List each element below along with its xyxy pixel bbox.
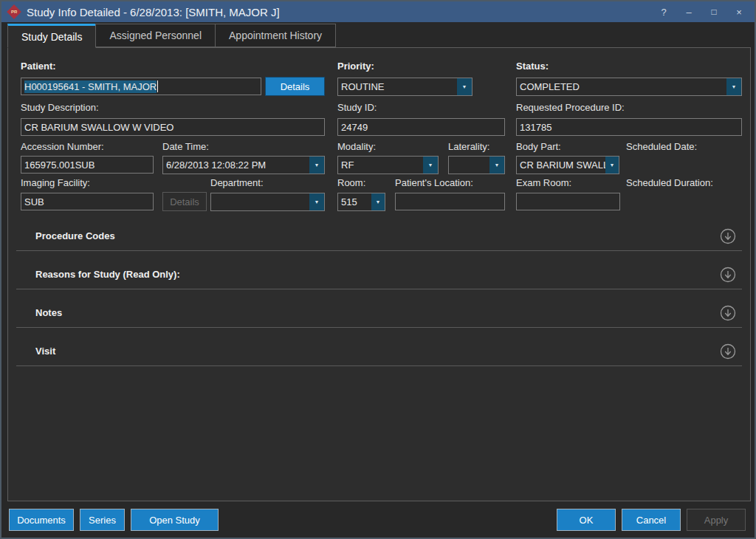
apply-button: Apply [687,509,746,531]
chevron-down-icon[interactable]: ▼ [309,157,324,174]
maximize-icon[interactable]: □ [704,4,724,19]
cancel-button[interactable]: Cancel [622,509,681,531]
body-part-select[interactable]: CR BARIUM SWALLO ▼ [516,156,619,174]
app-logo-icon: PR [7,4,21,19]
minimize-icon[interactable]: – [679,4,698,19]
accession-number-input[interactable] [21,156,154,174]
chevron-down-icon[interactable]: ▼ [371,193,385,210]
imaging-facility-label: Imaging Facility: [21,177,90,188]
close-icon[interactable]: × [729,4,749,19]
body-part-value: CR BARIUM SWALLO [517,159,605,171]
priority-label: Priority: [337,61,374,72]
section-procedure-codes[interactable]: Procedure Codes [35,230,115,241]
patient-details-button[interactable]: Details [265,77,325,96]
study-description-input[interactable] [21,118,325,136]
patient-selected-text: H000195641 - SMITH, MAJOR [24,80,157,93]
room-label: Room: [337,177,365,188]
tab-study-details[interactable]: Study Details [7,24,96,48]
expand-down-icon[interactable] [720,228,736,244]
expand-down-icon[interactable] [720,267,736,283]
laterality-select[interactable]: ▼ [448,156,505,174]
laterality-label: Laterality: [448,141,489,152]
modality-select[interactable]: RF ▼ [337,156,439,174]
body-part-label: Body Part: [516,141,561,152]
status-value: COMPLETED [517,81,726,92]
divider [16,365,742,366]
divider [16,327,742,328]
patient-label: Patient: [21,61,56,72]
tab-strip: Study Details Assigned Personnel Appoint… [7,24,335,47]
priority-value: ROUTINE [338,81,457,92]
date-time-select[interactable]: 6/28/2013 12:08:22 PM ▼ [162,156,325,174]
study-info-window: PR Study Info Detailed - 6/28/2013: [SMI… [0,0,756,539]
department-select[interactable]: ▼ [210,193,325,211]
expand-down-icon[interactable] [720,305,736,321]
tab-assigned-personnel[interactable]: Assigned Personnel [95,24,216,47]
series-button[interactable]: Series [80,509,125,531]
study-id-input[interactable] [337,118,505,136]
facility-details-button: Details [162,192,207,211]
window-controls: ? – □ × [654,4,749,19]
chevron-down-icon[interactable]: ▼ [309,193,324,210]
open-study-button[interactable]: Open Study [131,509,219,531]
titlebar: PR Study Info Detailed - 6/28/2013: [SMI… [1,1,755,22]
text-caret [157,80,158,92]
requested-procedure-id-label: Requested Procedure ID: [516,102,625,113]
accession-number-label: Accession Number: [21,141,104,152]
scheduled-duration-label: Scheduled Duration: [626,177,713,188]
room-value: 515 [338,196,371,207]
chevron-down-icon[interactable]: ▼ [489,157,504,174]
ok-button[interactable]: OK [557,509,616,531]
chevron-down-icon[interactable]: ▼ [726,78,741,95]
documents-button[interactable]: Documents [9,509,74,531]
scheduled-date-label: Scheduled Date: [626,141,697,152]
help-icon[interactable]: ? [654,4,673,19]
study-id-label: Study ID: [337,102,377,113]
chevron-down-icon[interactable]: ▼ [605,157,619,174]
section-notes[interactable]: Notes [35,307,62,318]
section-reasons-for-study[interactable]: Reasons for Study (Read Only): [35,269,180,280]
expand-down-icon[interactable] [720,343,736,360]
divider [16,289,742,289]
exam-room-input[interactable] [516,193,620,210]
modality-label: Modality: [337,141,376,152]
room-select[interactable]: 515 ▼ [337,193,385,211]
modality-value: RF [338,159,423,171]
imaging-facility-input[interactable] [21,193,154,210]
date-time-value: 6/28/2013 12:08:22 PM [163,159,309,171]
requested-procedure-id-input[interactable] [516,118,742,136]
patients-location-label: Patient's Location: [395,177,473,188]
date-time-label: Date Time: [162,141,209,152]
patients-location-input[interactable] [395,193,505,210]
chevron-down-icon[interactable]: ▼ [423,157,438,174]
priority-select[interactable]: ROUTINE ▼ [337,78,472,96]
exam-room-label: Exam Room: [516,177,571,188]
status-label: Status: [516,61,549,72]
study-description-label: Study Description: [21,102,99,113]
status-select[interactable]: COMPLETED ▼ [516,78,742,96]
patient-input[interactable]: H000195641 - SMITH, MAJOR [21,78,261,95]
department-label: Department: [210,177,264,188]
tab-appointment-history[interactable]: Appointment History [215,24,336,47]
chevron-down-icon[interactable]: ▼ [457,78,472,95]
section-visit[interactable]: Visit [35,346,55,357]
app-logo-text: PR [11,10,17,14]
divider [16,250,742,251]
window-title: Study Info Detailed - 6/28/2013: [SMITH,… [27,6,280,18]
